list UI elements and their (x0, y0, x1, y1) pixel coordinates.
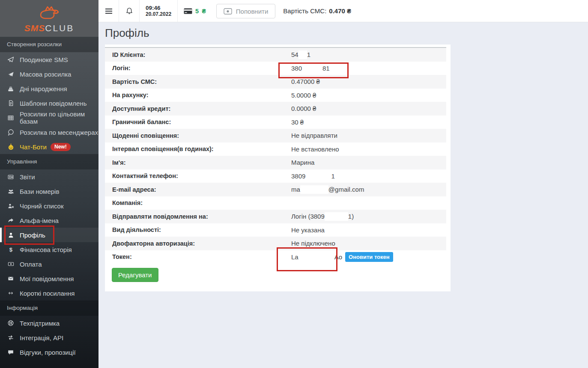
value-suffix: @gmail.com (328, 186, 364, 193)
sidebar-item-label: Інтеграція, API (20, 334, 63, 341)
balance-display[interactable]: 5 ₴ (178, 0, 212, 22)
page-title: Профіль (105, 27, 588, 39)
redaction (298, 50, 307, 59)
sms-cost-label: Вартість СМС: (283, 7, 326, 15)
redaction (305, 172, 331, 180)
sidebar-item-feedback[interactable]: Відгуки, пропозиції (0, 345, 98, 359)
field-value: Не підключено (291, 240, 335, 247)
sidebar-item-messengers[interactable]: Розсилка по месенджерах (0, 125, 98, 139)
sidebar-item-payment[interactable]: Оплата (0, 257, 98, 271)
main-content: Профіль ID Клієнта: 541 Логін: 38081 Вар… (98, 22, 588, 368)
sidebar-item-target-bases[interactable]: Розсилки по цільовим базам (0, 110, 98, 125)
field-value: ma@gmail.com (291, 185, 364, 194)
topup-label: Поповнити (236, 8, 268, 15)
field-value: 30 ₴ (291, 119, 304, 126)
sidebar-item-alpha-names[interactable]: Альфа-імена (0, 213, 98, 228)
topbar: 09:46 20.07.2022 5 ₴ Поповнити Вартість … (98, 0, 588, 22)
profile-card: ID Клієнта: 541 Логін: 38081 Вартість СМ… (105, 45, 451, 291)
field-value: 0.47000 ₴ (291, 78, 320, 85)
value-suffix: 1) (348, 213, 354, 220)
value-prefix: La (291, 253, 298, 261)
sidebar-item-chatbots[interactable]: Чат-Боти New! (0, 139, 98, 154)
row-contact-phone: Контактний телефон: 38091 (105, 169, 446, 183)
notifications-button[interactable] (119, 0, 140, 22)
sidebar-item-support[interactable]: Техпідтримка (0, 316, 98, 330)
value-prefix: 380 (291, 65, 302, 72)
field-label: Доступний кредит: (105, 105, 291, 112)
sidebar-item-mass-sms[interactable]: Масова розсилка (0, 67, 98, 81)
paper-plane-filled-icon (6, 70, 15, 78)
reports-icon (6, 173, 15, 181)
field-label: Інтервал сповіщення(в годинах): (105, 145, 291, 152)
banknote-icon (224, 8, 232, 15)
robot-icon (6, 143, 15, 151)
sidebar-item-profile[interactable]: Профіль (0, 228, 98, 242)
datetime-display: 09:46 20.07.2022 (140, 0, 178, 22)
bell-icon (125, 7, 133, 15)
sidebar-item-financial-history[interactable]: $ Фінансова історія (0, 242, 98, 257)
sidebar-item-templates[interactable]: Шаблони повідомлень (0, 96, 98, 110)
row-account-balance: На рахунку: 5.0000 ₴ (105, 89, 446, 102)
sidebar-item-integration-api[interactable]: Інтеграція, API (0, 330, 98, 345)
value-prefix: 3809 (291, 172, 305, 180)
menu-toggle-button[interactable] (98, 0, 119, 22)
field-value: 5.0000 ₴ (291, 92, 316, 99)
row-daily-notifications: Щоденні сповіщення: Не відправляти (105, 129, 446, 142)
sidebar-section-management: Управління (0, 154, 98, 169)
field-value: 38091 (291, 172, 335, 180)
balance-amount: 5 (195, 8, 199, 15)
field-value: Не указана (291, 226, 325, 234)
sidebar-item-blacklist[interactable]: Чорний список (0, 199, 98, 213)
users-icon (6, 187, 15, 195)
date-text: 20.07.2022 (146, 11, 171, 17)
field-label: Логін: (105, 65, 291, 71)
document-icon (6, 99, 15, 107)
paper-plane-icon (6, 56, 15, 63)
sidebar-item-birthdays[interactable]: Дні народження (0, 81, 98, 96)
topup-button[interactable]: Поповнити (216, 4, 275, 18)
sidebar-item-single-sms[interactable]: Поодиноке SMS (0, 52, 98, 67)
user-x-icon (6, 202, 15, 210)
profile-table: ID Клієнта: 541 Логін: 38081 Вартість СМ… (105, 47, 446, 264)
sidebar-item-my-messages[interactable]: Мої повідомлення (0, 271, 98, 286)
sidebar-item-label: Профіль (20, 231, 45, 239)
sidebar-item-label: Чорний список (20, 202, 63, 210)
row-limit-balance: Граничний баланс: 30 ₴ (105, 116, 446, 129)
field-label: Компанія: (105, 199, 291, 206)
field-value: Не відправляти (291, 132, 337, 139)
value-suffix: 81 (322, 65, 330, 72)
row-available-credit: Доступний кредит: 0.0000 ₴ (105, 102, 446, 116)
sidebar-section-create: Створення розсилки (0, 37, 98, 52)
sidebar-item-label: Мої повідомлення (20, 275, 74, 282)
redaction (298, 252, 334, 261)
row-name: Ім'я: Марина (105, 156, 446, 169)
refresh-token-button[interactable]: Оновити токен (345, 252, 393, 262)
row-send-messages-to: Відправляти повідомлення на: Логін (3809… (105, 210, 446, 223)
sidebar-item-label: Альфа-імена (20, 217, 59, 224)
fox-logo-icon (36, 5, 63, 22)
field-label: ID Клієнта: (105, 51, 291, 58)
logo[interactable]: SMSCLUB (0, 0, 98, 37)
value-prefix: Логін (3809 (291, 213, 325, 220)
field-label: Вид діяльності: (105, 226, 291, 233)
sidebar-item-number-bases[interactable]: Бази номерів (0, 184, 98, 199)
row-two-factor-auth: Двофакторна авторизація: Не підключено (105, 237, 446, 250)
value-prefix: 54 (291, 51, 298, 58)
field-label: Вартість СМС: (105, 78, 291, 85)
field-label: E-mail адреса: (105, 186, 291, 193)
dollar-icon: $ (6, 246, 15, 253)
sidebar-item-label: Техпідтримка (20, 320, 60, 327)
envelope-icon (6, 275, 15, 282)
new-badge: New! (51, 143, 71, 151)
field-value: Марина (291, 159, 314, 166)
value-suffix: 1 (331, 172, 334, 180)
sidebar-item-reports[interactable]: Звіти (0, 169, 98, 184)
sidebar-item-label: Масова розсилка (20, 71, 71, 78)
row-notification-interval: Інтервал сповіщення(в годинах): Не встан… (105, 142, 446, 156)
field-label: На рахунку: (105, 92, 291, 98)
table-icon (6, 114, 15, 122)
banknote-icon (6, 260, 15, 268)
sidebar-item-label: Розсилка по месенджерах (20, 129, 98, 136)
sidebar-item-short-links[interactable]: Короткі посилання (0, 286, 98, 300)
edit-button[interactable]: Редагувати (112, 268, 158, 282)
